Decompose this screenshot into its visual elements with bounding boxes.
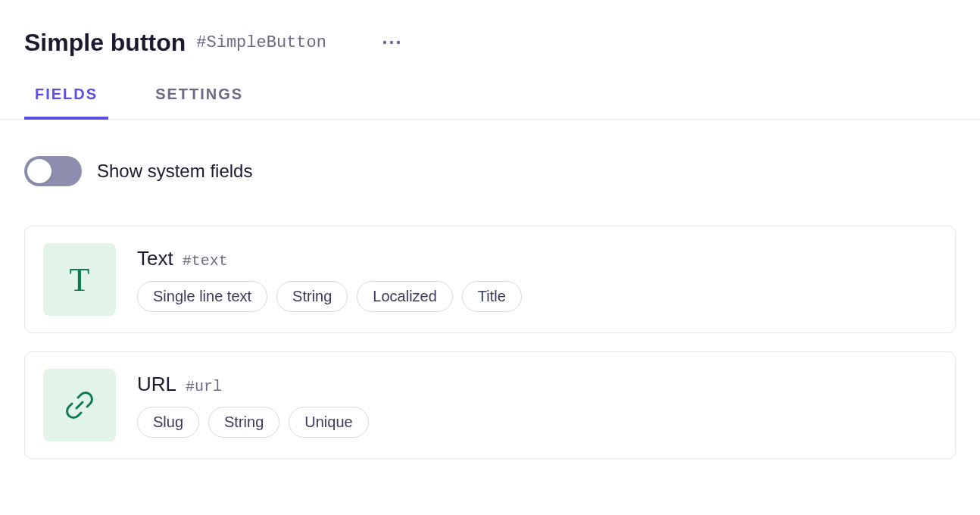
system-fields-toggle[interactable] (24, 156, 82, 186)
link-icon (61, 387, 98, 423)
field-slug: #text (183, 252, 228, 270)
field-card[interactable]: T Text #text Single line text String Loc… (24, 226, 956, 333)
field-icon-box: T (43, 243, 116, 316)
tag: Unique (289, 407, 368, 438)
tag: String (276, 281, 348, 312)
svg-point-2 (397, 41, 400, 44)
tab-bar: FIELDS SETTINGS (0, 85, 980, 120)
field-list: T Text #text Single line text String Loc… (24, 226, 956, 459)
content-area: Show system fields T Text #text Single l… (0, 120, 980, 483)
system-fields-toggle-row: Show system fields (24, 156, 956, 186)
field-title-row: URL #url (137, 373, 937, 396)
page-title: Simple button (24, 29, 186, 57)
field-icon-box (43, 369, 116, 442)
svg-point-0 (383, 41, 386, 44)
tab-settings[interactable]: SETTINGS (145, 86, 254, 120)
tag: Title (462, 281, 522, 312)
more-horizontal-icon (382, 40, 401, 45)
toggle-knob (27, 159, 51, 183)
field-title-row: Text #text (137, 247, 937, 270)
field-name: Text (137, 247, 173, 270)
tag: Single line text (137, 281, 267, 312)
system-fields-toggle-label: Show system fields (97, 161, 252, 182)
field-slug: #url (186, 378, 222, 395)
tag: Localized (357, 281, 453, 312)
text-icon: T (70, 261, 90, 299)
page-header: Simple button #SimpleButton (0, 0, 980, 58)
tab-fields[interactable]: FIELDS (24, 86, 108, 120)
tag: String (208, 407, 279, 438)
page-slug: #SimpleButton (196, 33, 326, 52)
field-body: URL #url Slug String Unique (137, 373, 937, 438)
field-body: Text #text Single line text String Local… (137, 247, 937, 312)
tag-row: Single line text String Localized Title (137, 281, 937, 312)
field-name: URL (137, 373, 176, 396)
tag: Slug (137, 407, 199, 438)
more-button[interactable] (376, 27, 407, 58)
tag-row: Slug String Unique (137, 407, 937, 438)
field-card[interactable]: URL #url Slug String Unique (24, 351, 956, 459)
svg-point-1 (390, 41, 393, 44)
